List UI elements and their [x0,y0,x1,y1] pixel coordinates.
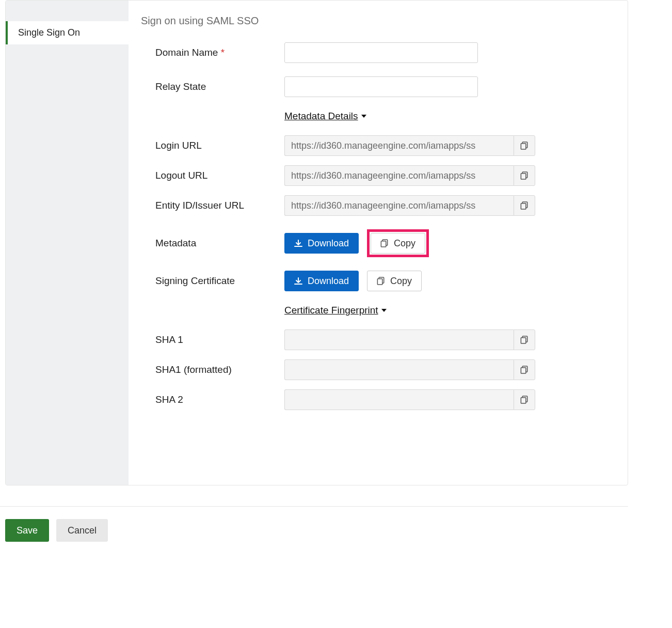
logout-url-input[interactable] [284,165,514,186]
caret-down-icon [381,309,387,312]
sha1-label: SHA 1 [141,334,284,346]
copy-icon [520,141,529,150]
relay-state-input[interactable] [284,76,478,97]
logout-url-copy-button[interactable] [514,165,535,186]
cert-download-button[interactable]: Download [284,271,359,291]
download-icon [294,240,302,247]
sidebar-item-sso[interactable]: Single Sign On [6,21,129,44]
metadata-details-toggle[interactable]: Metadata Details [284,111,366,122]
signing-cert-label: Signing Certificate [141,275,284,287]
download-icon [294,277,302,285]
login-url-copy-button[interactable] [514,135,535,156]
domain-name-label: Domain Name * [141,47,284,58]
sha1-formatted-input[interactable] [284,359,514,380]
sha2-input[interactable] [284,389,514,410]
entity-id-input[interactable] [284,195,514,216]
cert-fingerprint-toggle[interactable]: Certificate Fingerprint [284,305,387,316]
relay-state-label: Relay State [141,81,284,92]
save-button[interactable]: Save [5,519,49,542]
domain-name-input[interactable] [284,42,478,63]
sha2-label: SHA 2 [141,394,284,405]
copy-icon [377,276,385,286]
cancel-button[interactable]: Cancel [56,519,108,542]
entity-id-copy-button[interactable] [514,195,535,216]
metadata-download-button[interactable]: Download [284,233,359,254]
settings-panel: Single Sign On Sign on using SAML SSO Do… [5,0,628,485]
metadata-label: Metadata [141,238,284,249]
entity-id-label: Entity ID/Issuer URL [141,200,284,211]
copy-icon [520,201,529,210]
login-url-label: Login URL [141,140,284,151]
copy-icon [520,365,529,374]
sidebar: Single Sign On [6,1,129,485]
sha1-formatted-copy-button[interactable] [514,359,535,380]
highlight-annotation: Copy [367,229,429,257]
login-url-input[interactable] [284,135,514,156]
cert-copy-button[interactable]: Copy [367,271,422,291]
copy-icon [520,171,529,180]
sha1-input[interactable] [284,329,514,350]
metadata-copy-button[interactable]: Copy [371,233,425,254]
main-content: Sign on using SAML SSO Domain Name * Rel… [129,1,628,485]
copy-icon [520,335,529,344]
page-title: Sign on using SAML SSO [141,15,615,27]
caret-down-icon [361,115,366,118]
sha2-copy-button[interactable] [514,389,535,410]
copy-icon [380,239,389,248]
sha1-formatted-label: SHA1 (formatted) [141,364,284,375]
logout-url-label: Logout URL [141,170,284,181]
footer-actions: Save Cancel [0,506,628,542]
sha1-copy-button[interactable] [514,329,535,350]
copy-icon [520,395,529,404]
